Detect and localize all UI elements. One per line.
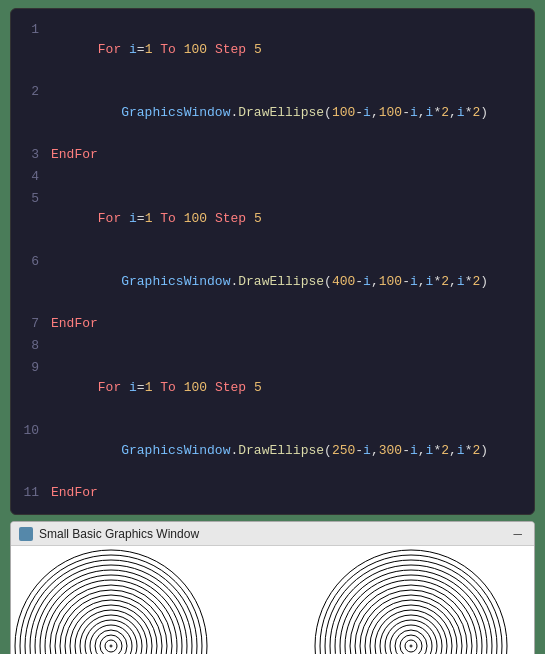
code-text-5: For i=1 To 100 Step 5 — [51, 189, 262, 249]
minimize-button[interactable]: — — [510, 526, 526, 542]
code-line-6: 6 GraphicsWindow.DrawEllipse(400-i,100-i… — [11, 251, 534, 313]
code-text-6: GraphicsWindow.DrawEllipse(400-i,100-i,i… — [51, 252, 488, 312]
code-line-10: 10 GraphicsWindow.DrawEllipse(250-i,300-… — [11, 420, 534, 482]
code-line-4: 4 — [11, 166, 534, 188]
line-num-3: 3 — [11, 145, 39, 165]
line-num-4: 4 — [11, 167, 39, 187]
line-num-6: 6 — [11, 252, 39, 272]
code-line-2: 2 GraphicsWindow.DrawEllipse(100-i,100-i… — [11, 81, 534, 143]
line-num-7: 7 — [11, 314, 39, 334]
code-line-11: 11 EndFor — [11, 482, 534, 504]
code-line-8: 8 — [11, 335, 534, 357]
line-num-1: 1 — [11, 20, 39, 40]
code-text-7: EndFor — [51, 314, 98, 334]
graphics-window: Small Basic Graphics Window — — [10, 521, 535, 654]
code-line-5: 5 For i=1 To 100 Step 5 — [11, 188, 534, 250]
line-num-5: 5 — [11, 189, 39, 209]
line-num-9: 9 — [11, 358, 39, 378]
titlebar: Small Basic Graphics Window — — [11, 522, 534, 546]
code-text-8 — [51, 336, 59, 356]
code-text-11: EndFor — [51, 483, 98, 503]
line-num-8: 8 — [11, 336, 39, 356]
code-text-1: For i=1 To 100 Step 5 — [51, 20, 262, 80]
code-text-2: GraphicsWindow.DrawEllipse(100-i,100-i,i… — [51, 82, 488, 142]
spiral-canvas — [11, 546, 534, 654]
code-line-9: 9 For i=1 To 100 Step 5 — [11, 357, 534, 419]
code-text-4 — [51, 167, 59, 187]
code-line-3: 3 EndFor — [11, 144, 534, 166]
line-num-10: 10 — [11, 421, 39, 441]
window-title: Small Basic Graphics Window — [39, 527, 504, 541]
line-num-2: 2 — [11, 82, 39, 102]
code-text-10: GraphicsWindow.DrawEllipse(250-i,300-i,i… — [51, 421, 488, 481]
graphics-canvas — [11, 546, 534, 654]
code-text-9: For i=1 To 100 Step 5 — [51, 358, 262, 418]
code-editor: 1 For i=1 To 100 Step 5 2 GraphicsWindow… — [10, 8, 535, 515]
window-icon — [19, 527, 33, 541]
code-line-1: 1 For i=1 To 100 Step 5 — [11, 19, 534, 81]
code-text-3: EndFor — [51, 145, 98, 165]
code-line-7: 7 EndFor — [11, 313, 534, 335]
line-num-11: 11 — [11, 483, 39, 503]
